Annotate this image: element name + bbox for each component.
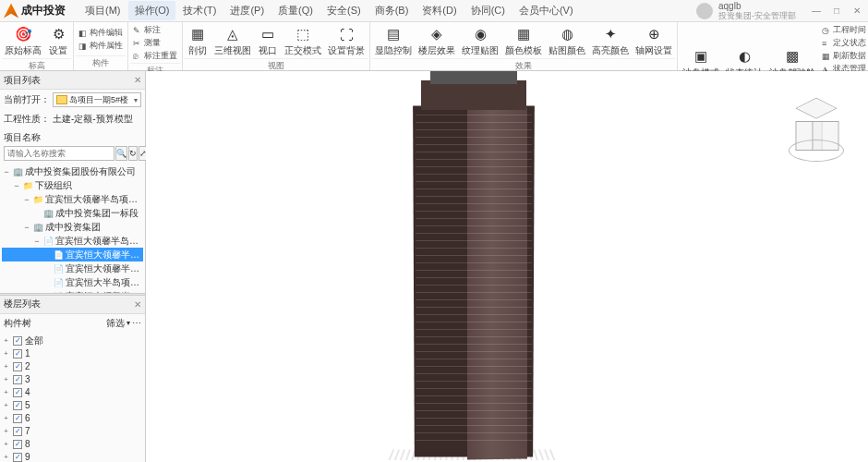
ribbon-mini-button[interactable]: ◨构件属性	[78, 40, 123, 52]
search-input[interactable]	[4, 146, 115, 161]
checkbox[interactable]: ✓	[13, 453, 22, 462]
close-button[interactable]: ✕	[850, 6, 864, 17]
ribbon-group: 🎯原始标高⚙设置标高	[0, 22, 74, 70]
check-item[interactable]: +✓2	[2, 360, 143, 373]
filter-combo[interactable]: 筛选 ▾ ⋯	[106, 317, 141, 330]
expand-icon[interactable]: +	[2, 336, 10, 345]
tree-toggle-icon[interactable]: −	[32, 237, 42, 246]
checkbox[interactable]: ✓	[13, 336, 22, 346]
tree-node[interactable]: 📄宜宾恒大领馨半岛项目一期5-	[2, 261, 143, 275]
menu-item-8[interactable]: 协同(C)	[464, 1, 512, 20]
check-item[interactable]: +✓7	[2, 425, 143, 438]
menu-item-9[interactable]: 会员中心(V)	[512, 1, 580, 20]
filter-menu-icon[interactable]: ⋯	[132, 318, 141, 328]
floor-panel-close-icon[interactable]: ✕	[134, 299, 141, 310]
check-item[interactable]: +✓6	[2, 412, 143, 425]
ribbon-mini-button[interactable]: ▦刷新数据	[822, 50, 866, 62]
check-item[interactable]: +✓1	[2, 347, 143, 360]
tree-node[interactable]: −📁宜宾恒大领馨半岛项目一期	[2, 192, 143, 206]
ribbon-icon: ▦	[513, 24, 534, 44]
menu-item-3[interactable]: 进度(P)	[223, 1, 271, 20]
menu-item-0[interactable]: 项目(M)	[78, 1, 127, 20]
expand-icon[interactable]: +	[2, 440, 10, 448]
tree-node-icon: 🏢	[43, 208, 54, 218]
tree-node[interactable]: 📄宜宾恒大半岛项目一期5-	[2, 275, 143, 289]
checkbox[interactable]: ✓	[13, 427, 22, 436]
ribbon-button[interactable]: ⊕轴网设置	[633, 23, 675, 58]
ribbon-button[interactable]: ✦高亮颜色	[589, 23, 632, 58]
cube-top-face[interactable]	[795, 98, 837, 119]
ribbon-button[interactable]: ⚙设置	[45, 23, 71, 58]
ribbon-button[interactable]: ◍贴图颜色	[546, 23, 588, 58]
tree-toggle-icon[interactable]: −	[22, 195, 31, 204]
tree-toggle-icon[interactable]: −	[22, 223, 31, 232]
ribbon-button[interactable]: ◬三维视图	[211, 23, 254, 58]
panel-close-icon[interactable]: ✕	[134, 75, 141, 85]
check-item[interactable]: +✓9	[2, 451, 143, 463]
ribbon-button[interactable]: ▦剖切	[185, 23, 211, 58]
check-item[interactable]: +✓4	[2, 386, 143, 399]
project-tree[interactable]: −🏢成中投资集团股份有限公司−📁下级组织−📁宜宾恒大领馨半岛项目一期🏢成中投资集…	[0, 163, 145, 293]
checkbox[interactable]: ✓	[13, 401, 22, 410]
ribbon-button[interactable]: 🎯原始标高	[2, 23, 44, 58]
ribbon-mini-button[interactable]: ✎标注	[133, 24, 177, 36]
tree-node[interactable]: 📄宜宾恒大领馨半岛项目一期5	[2, 248, 143, 261]
expand-icon[interactable]: +	[2, 375, 10, 383]
minimize-button[interactable]: —	[809, 6, 824, 17]
tree-node[interactable]: −📁下级组织	[2, 178, 143, 192]
expand-icon[interactable]: +	[2, 349, 10, 358]
refresh-button[interactable]: ↻	[128, 146, 138, 161]
checkbox[interactable]: ✓	[13, 349, 22, 359]
checkbox[interactable]: ✓	[13, 388, 22, 397]
expand-icon[interactable]: +	[2, 414, 10, 422]
ribbon-button[interactable]: ◈楼层效果	[416, 23, 458, 58]
building-model[interactable]	[404, 71, 543, 459]
ribbon-button[interactable]: ▤显隐控制	[372, 23, 415, 58]
ribbon-icon: 🎯	[13, 24, 33, 44]
tree-node[interactable]: −📄宜宾恒大领馨半岛项目一期5#楼	[2, 234, 143, 248]
menu-item-7[interactable]: 资料(D)	[416, 1, 463, 20]
checkbox[interactable]: ✓	[13, 414, 22, 423]
floor-check-list[interactable]: +✓全部+✓1+✓2+✓3+✓4+✓5+✓6+✓7+✓8+✓9+✓10+✓11+…	[0, 333, 145, 463]
ribbon-mini-button[interactable]: ✂测量	[133, 37, 177, 49]
ribbon-mini-button[interactable]: ◷工程时间	[822, 24, 866, 36]
expand-icon[interactable]: +	[2, 362, 10, 371]
ribbon-mini-button[interactable]: ⎚标注重置	[133, 50, 177, 62]
ribbon-mini-button[interactable]: ≡定义状态	[822, 37, 866, 49]
3d-viewport[interactable]	[146, 71, 868, 462]
check-item[interactable]: +✓5	[2, 399, 143, 412]
expand-icon[interactable]: +	[2, 453, 10, 461]
tree-node[interactable]: 🏢成中投资集团一标段	[2, 206, 143, 220]
tree-toggle-icon[interactable]: −	[12, 181, 21, 190]
navigation-cube[interactable]	[792, 108, 840, 156]
ribbon-button[interactable]: ◉纹理贴图	[459, 23, 501, 58]
avatar-icon[interactable]	[696, 3, 713, 19]
tree-toggle-icon[interactable]: −	[2, 167, 11, 176]
expand-icon[interactable]: +	[2, 427, 10, 435]
menu-item-4[interactable]: 质量(Q)	[271, 1, 319, 20]
maximize-button[interactable]: □	[829, 6, 844, 17]
checkbox[interactable]: ✓	[13, 375, 22, 384]
ribbon-button[interactable]: ▦颜色模板	[502, 23, 545, 58]
ribbon-button[interactable]: ⬚正交模式	[282, 23, 324, 58]
menu-item-6[interactable]: 商务(B)	[368, 1, 416, 20]
current-open-combo[interactable]: 宜宾恒大领馨半岛项目一期5#楼土建 ▾	[53, 92, 141, 107]
check-item[interactable]: +✓3	[2, 373, 143, 386]
expand-icon[interactable]: +	[2, 388, 10, 396]
search-button[interactable]: 🔍	[115, 146, 127, 161]
ribbon-button[interactable]: ⛶设置背景	[325, 23, 368, 58]
tree-node[interactable]: −🏢成中投资集团	[2, 220, 143, 234]
checkbox[interactable]: ✓	[13, 362, 22, 371]
menu-item-1[interactable]: 操作(O)	[128, 1, 176, 20]
ribbon-button[interactable]: ▭视口	[255, 23, 281, 58]
tree-node[interactable]: −🏢成中投资集团股份有限公司	[2, 164, 143, 178]
folder-icon	[56, 95, 67, 104]
menu-item-5[interactable]: 安全(S)	[320, 1, 368, 20]
cube-compass-ring[interactable]	[789, 140, 844, 162]
menu-item-2[interactable]: 技术(T)	[176, 1, 223, 20]
checkbox[interactable]: ✓	[13, 440, 22, 449]
check-item[interactable]: +✓8	[2, 438, 143, 451]
ribbon-mini-button[interactable]: ◧构件编辑	[78, 27, 123, 39]
check-item[interactable]: +✓全部	[2, 334, 143, 347]
expand-icon[interactable]: +	[2, 401, 10, 409]
